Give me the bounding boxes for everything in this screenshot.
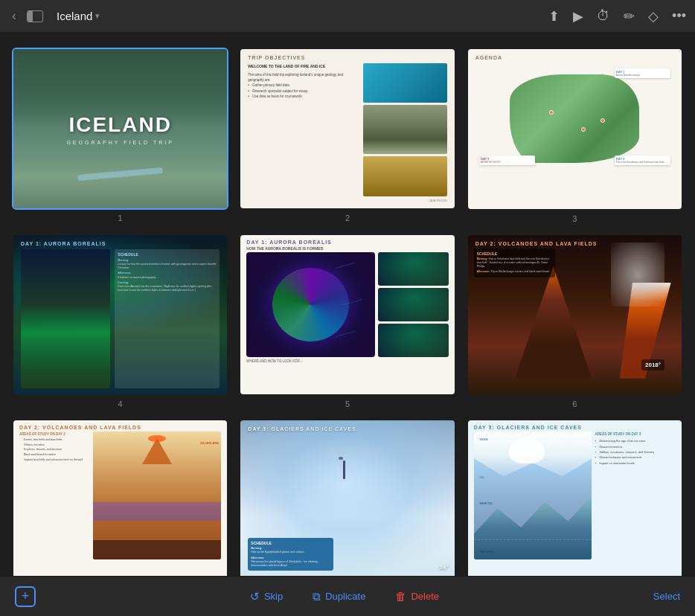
slide-wrapper-9[interactable]: DAY 3: GLACIERS AND ICE CAVES SNOW ICE H…: [467, 419, 683, 576]
slide-number-1: 1: [118, 214, 123, 222]
slide6-header: DAY 2: VOLCANOES AND LAVA FIELDS: [475, 241, 674, 246]
slide-thumb-2[interactable]: TRIP OBJECTIVES WELCOME TO THE LAND OF F…: [239, 48, 455, 210]
add-slide-button[interactable]: +: [15, 586, 36, 607]
titlebar-left: ‹ Iceland ▾: [9, 5, 100, 27]
slide-wrapper-2[interactable]: TRIP OBJECTIVES WELCOME TO THE LAND OF F…: [239, 48, 455, 223]
slide4-photo: [21, 249, 110, 388]
duplicate-button[interactable]: ⧉ Duplicate: [313, 590, 365, 603]
skip-icon: ↺: [250, 590, 260, 603]
slide9-glacier-diagram: SNOW ICE HARD ICE SEA LEVEL: [474, 431, 592, 559]
slide1-title: ICELAND: [68, 113, 171, 137]
slide-wrapper-6[interactable]: DAY 2: VOLCANOES AND LAVA FIELDS SCHEDUL…: [467, 234, 683, 409]
toolbar-center: ↺ Skip ⧉ Duplicate 🗑 Delete: [36, 590, 653, 603]
slide7-volcano-diagram: VOLCANIC AREA: [93, 431, 221, 559]
slides-area: ICELAND GEOGRAPHY FIELD TRIP 1 TRIP OBJE…: [0, 33, 695, 576]
titlebar: ‹ Iceland ▾ ⬆ ▶ ⏱ ✏ ◇ •••: [0, 0, 695, 33]
slide2-header: TRIP OBJECTIVES: [248, 55, 446, 60]
slide-wrapper-7[interactable]: DAY 2: VOLCANOES AND LAVA FIELDS AREAS O…: [12, 419, 228, 576]
slide3-header: AGENDA: [475, 55, 674, 60]
duplicate-icon: ⧉: [313, 590, 321, 603]
back-button[interactable]: ‹: [9, 5, 19, 27]
more-icon[interactable]: •••: [672, 8, 686, 24]
slide-thumb-3[interactable]: AGENDA DAY 1 Aurora Borealis viewing: [467, 48, 683, 211]
slide2-text: WELCOME TO THE LAND OF FIRE AND ICE The …: [248, 63, 359, 196]
share-icon[interactable]: ⬆: [548, 8, 560, 25]
slide9-text: AREAS OF STUDY ON DAY 3 Determining the …: [595, 431, 676, 559]
slide9-header: DAY 3: GLACIERS AND ICE CAVES: [474, 425, 676, 430]
skip-button[interactable]: ↺ Skip: [250, 590, 283, 603]
slides-grid: ICELAND GEOGRAPHY FIELD TRIP 1 TRIP OBJE…: [12, 48, 683, 576]
delete-icon: 🗑: [395, 590, 406, 603]
skip-label: Skip: [264, 591, 283, 602]
delete-button[interactable]: 🗑 Delete: [395, 590, 439, 603]
slide-thumb-7[interactable]: DAY 2: VOLCANOES AND LAVA FIELDS AREAS O…: [12, 419, 228, 576]
duplicate-label: Duplicate: [325, 591, 365, 602]
slide2-footer: LAVA FIELDS: [248, 199, 446, 202]
aurora-diagram-lines: [246, 252, 374, 358]
titlebar-actions: ⬆ ▶ ⏱ ✏ ◇ •••: [548, 8, 686, 25]
sidebar-toggle-button[interactable]: [27, 10, 43, 22]
title-chevron-icon[interactable]: ▾: [95, 11, 100, 21]
slide6-schedule: SCHEDULE Morning: Visit to Holuhraun lav…: [474, 248, 555, 277]
slide4-schedule: SCHEDULE Morning:Lecture on how the auro…: [115, 249, 220, 388]
bottom-toolbar: + ↺ Skip ⧉ Duplicate 🗑 Delete Select: [0, 576, 695, 616]
slide1-subtitle: GEOGRAPHY FIELD TRIP: [66, 140, 174, 145]
slide-number-3: 3: [572, 214, 577, 223]
slide-wrapper-3[interactable]: AGENDA DAY 1 Aurora Borealis viewing: [467, 48, 683, 223]
slide-thumb-5[interactable]: DAY 1: AURORA BOREALIS HOW THE AURORA BO…: [239, 234, 455, 396]
slide4-header: DAY 1: AURORA BOREALIS: [21, 241, 220, 246]
slide-thumb-4[interactable]: DAY 1: AURORA BOREALIS SCHEDULE Morning:…: [12, 234, 228, 396]
slide-wrapper-5[interactable]: DAY 1: AURORA BOREALIS HOW THE AURORA BO…: [239, 234, 455, 409]
slide-thumb-1[interactable]: ICELAND GEOGRAPHY FIELD TRIP: [12, 48, 228, 210]
title-area: Iceland ▾: [57, 10, 100, 22]
slide3-map: DAY 1 Aurora Borealis viewing DAY 3 AKUR…: [475, 63, 674, 174]
slide-thumb-8[interactable]: DAY 3: GLACIERS AND ICE CAVES SCHEDULE M…: [239, 419, 455, 576]
slide5-gallery: [378, 252, 449, 358]
svg-line-0: [336, 263, 356, 268]
svg-line-2: [336, 331, 356, 336]
slide5-header: DAY 1: AURORA BOREALIS: [246, 240, 448, 245]
slide7-text: AREAS OF STUDY ON DAY 2 Events, lava fie…: [19, 431, 90, 559]
slide-number-6: 6: [572, 400, 577, 408]
shapes-icon[interactable]: ◇: [648, 8, 659, 25]
presentation-title: Iceland: [57, 10, 92, 22]
slide7-header: DAY 2: VOLCANOES AND LAVA FIELDS: [19, 425, 221, 430]
slide5-sub: HOW THE AURORA BOREALIS IS FORMED: [246, 246, 448, 251]
slide-number-5: 5: [345, 400, 350, 408]
slide-number-2: 2: [345, 214, 350, 222]
slide-thumb-6[interactable]: DAY 2: VOLCANOES AND LAVA FIELDS SCHEDUL…: [467, 234, 683, 397]
slide-wrapper-4[interactable]: DAY 1: AURORA BOREALIS SCHEDULE Morning:…: [12, 234, 228, 409]
slide2-images: [363, 63, 446, 196]
delete-label: Delete: [411, 591, 439, 602]
play-icon[interactable]: ▶: [573, 8, 583, 25]
aurora-diagram: [246, 252, 374, 358]
slide-thumb-9[interactable]: DAY 3: GLACIERS AND ICE CAVES SNOW ICE H…: [467, 419, 683, 576]
slide-wrapper-1[interactable]: ICELAND GEOGRAPHY FIELD TRIP 1: [12, 48, 228, 223]
slide-number-4: 4: [118, 400, 123, 408]
svg-line-1: [343, 299, 362, 304]
pen-icon[interactable]: ✏: [624, 8, 635, 25]
slide-wrapper-8[interactable]: DAY 3: GLACIERS AND ICE CAVES SCHEDULE M…: [239, 419, 455, 576]
select-button[interactable]: Select: [653, 591, 680, 602]
timer-icon[interactable]: ⏱: [597, 8, 610, 24]
slide5-location: WHERE AND HOW TO LOOK FOR...: [246, 359, 448, 363]
slide6-temperature: 2018°: [641, 359, 664, 370]
slide8-schedule: SCHEDULE Morning:Hike up the Eyjafjallaj…: [248, 538, 333, 571]
slide8-temperature: 14°: [440, 564, 449, 571]
